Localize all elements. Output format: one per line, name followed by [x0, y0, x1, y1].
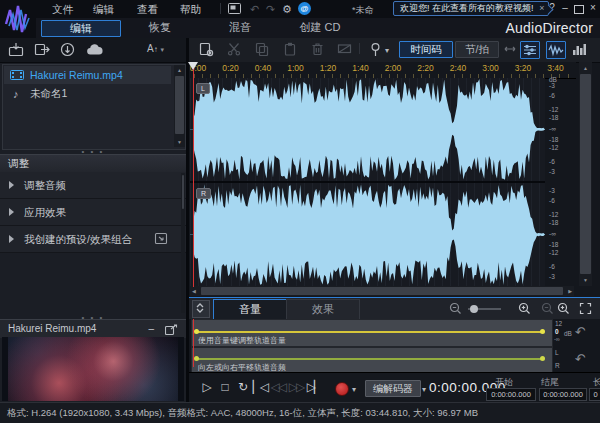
tab-effects[interactable]: 效果 [286, 299, 360, 320]
timeline-ruler[interactable]: 0:000:200:401:001:201:402:002:202:403:00… [190, 62, 576, 79]
end-field-value[interactable]: 0:00:00.000 [539, 388, 587, 401]
length-field-value[interactable]: 0 [589, 388, 600, 401]
zoom-in-vertical-icon[interactable] [557, 302, 570, 315]
stretch-waveform-icon[interactable] [501, 41, 519, 57]
waveform-horizontal-scrollbar[interactable]: ◀ ▶ [190, 286, 574, 296]
db-scale-label: -12 [549, 249, 558, 257]
play-button[interactable]: ▷ [197, 380, 215, 394]
go-to-start-button[interactable]: ▏◁ [251, 380, 269, 394]
db-scale-label: -∞ [549, 230, 556, 238]
db-scale-label: -18 [549, 136, 558, 144]
record-dropdown-icon[interactable]: ▾ [352, 385, 356, 394]
waveform-vertical-scrollbar[interactable]: ▲ ▼ [579, 62, 592, 286]
volume-reset-icon[interactable]: ↷ [574, 323, 587, 340]
download-icon[interactable] [60, 42, 75, 57]
start-field-value[interactable]: 0:00:00.000 [486, 388, 536, 401]
ruler-tick-label: 2:40 [450, 63, 467, 73]
my-presets-row[interactable]: 我创建的预设/效果组合 [0, 226, 186, 253]
clip-properties-icon[interactable] [199, 42, 214, 57]
playhead-line[interactable] [193, 66, 194, 287]
pan-keyframe-lane[interactable]: 向左或向右平移轨道音频 [191, 347, 553, 374]
import-media-icon[interactable] [8, 42, 24, 57]
preview-popout-icon[interactable] [165, 324, 178, 335]
preview-minimize-icon[interactable]: – [148, 320, 154, 338]
export-media-icon[interactable] [34, 42, 50, 57]
keyframe-rows-icon[interactable] [520, 41, 540, 59]
collapse-panel-button[interactable] [192, 300, 210, 318]
volume-keyframe-dot[interactable] [194, 329, 199, 334]
tab-edit[interactable]: 编辑 [41, 20, 121, 37]
playhead-marker[interactable] [188, 62, 198, 70]
edit-toolbar: ▾ 时间码 节/拍 [189, 38, 600, 63]
loop-button[interactable]: ↻ [233, 380, 251, 394]
ruler-tick-label: 1:40 [352, 63, 369, 73]
apply-effects-row[interactable]: 应用效果 [0, 199, 186, 226]
db-scale-label: -12 [549, 144, 558, 152]
cloud-icon[interactable] [86, 42, 103, 56]
tab-volume[interactable]: 音量 [213, 299, 287, 319]
channel-badge: L [196, 83, 210, 94]
codec-button[interactable]: 编解码器 [365, 380, 421, 397]
adjust-header-label: 调整 [8, 157, 29, 169]
scroll-left-icon[interactable]: ◀ [192, 286, 196, 296]
settings-gear-icon[interactable]: ⚙ [282, 2, 292, 16]
adjust-scrollbar[interactable] [181, 173, 185, 313]
db-scale-label: -3 [549, 273, 555, 281]
volume-keyframe-dot[interactable] [540, 329, 545, 334]
waveform-view-icon[interactable] [546, 41, 566, 59]
scroll-down-icon[interactable]: ▼ [174, 139, 185, 145]
library-scrollbar[interactable]: ▲ ▼ [174, 65, 185, 147]
pan-keyframe-dot[interactable] [540, 356, 545, 361]
tab-create-cd[interactable]: 创建 CD [281, 20, 359, 35]
add-marker-icon[interactable] [369, 42, 382, 57]
pan-scale-right: R [555, 362, 560, 369]
stop-button[interactable]: □ [215, 380, 233, 394]
minimize-button[interactable]: – [559, 2, 571, 13]
record-button[interactable] [335, 382, 349, 396]
waveform-track-left[interactable]: L [190, 78, 545, 181]
codec-dropdown-icon[interactable]: ▾ [422, 385, 426, 394]
fit-to-view-icon[interactable] [579, 302, 592, 315]
scroll-right-icon[interactable]: ▶ [568, 286, 572, 296]
account-icon[interactable]: @ [298, 2, 311, 15]
menu-help[interactable]: 帮助 [180, 3, 201, 17]
menu-view[interactable]: 查看 [137, 3, 158, 17]
scroll-down-icon[interactable]: ▼ [579, 277, 592, 283]
preset-import-icon[interactable] [154, 232, 168, 245]
tab-restore[interactable]: 恢复 [121, 20, 199, 35]
pan-keyframe-dot[interactable] [194, 356, 199, 361]
tab-mix[interactable]: 混音 [201, 20, 279, 35]
paste-icon [283, 42, 297, 56]
spectrum-view-icon[interactable] [571, 41, 589, 57]
zoom-slider[interactable] [468, 308, 501, 310]
waveform-track-right[interactable]: R [190, 183, 545, 286]
adjust-audio-row[interactable]: 调整音频 [0, 172, 186, 199]
maximize-button[interactable] [574, 5, 584, 14]
scroll-up-icon[interactable]: ▲ [174, 67, 185, 73]
menu-edit[interactable]: 编辑 [93, 3, 114, 17]
volume-keyframe-lane[interactable]: 使用音量键调整轨道音量 [191, 319, 553, 347]
waveform-right-channel[interactable] [190, 183, 545, 286]
zoom-in-horizontal-icon[interactable] [518, 302, 531, 315]
switch-workspace-icon[interactable] [228, 3, 241, 14]
library-item-video[interactable]: Hakurei Reimu.mp4 [4, 66, 171, 84]
sort-control[interactable]: A↑ ▾ [147, 43, 164, 54]
beats-view-button[interactable]: 节/拍 [455, 41, 499, 58]
db-scale-track1: dB-3-6-12-18-∞-18-12-6-3 [546, 78, 576, 181]
go-to-end-button[interactable]: ▷▏ [305, 380, 323, 394]
ruler-tick-label: 3:00 [482, 63, 499, 73]
zoom-out-horizontal-icon[interactable] [449, 302, 462, 315]
menu-file[interactable]: 文件 [52, 3, 73, 17]
zoom-slider-knob[interactable] [470, 305, 478, 313]
scroll-up-icon[interactable]: ▲ [579, 65, 592, 71]
close-button[interactable]: × [587, 2, 599, 13]
marker-dropdown-icon[interactable]: ▾ [385, 46, 389, 55]
pan-line[interactable] [196, 358, 542, 360]
volume-line[interactable] [196, 331, 542, 333]
pan-reset-icon[interactable]: ↷ [574, 350, 587, 367]
library-item-audio[interactable]: ♪ 未命名1 [4, 84, 171, 102]
timecode-view-button[interactable]: 时间码 [399, 41, 453, 58]
waveform-left-channel[interactable] [190, 78, 545, 181]
channel-badge: R [196, 188, 211, 199]
apply-effects-label: 应用效果 [24, 199, 66, 225]
